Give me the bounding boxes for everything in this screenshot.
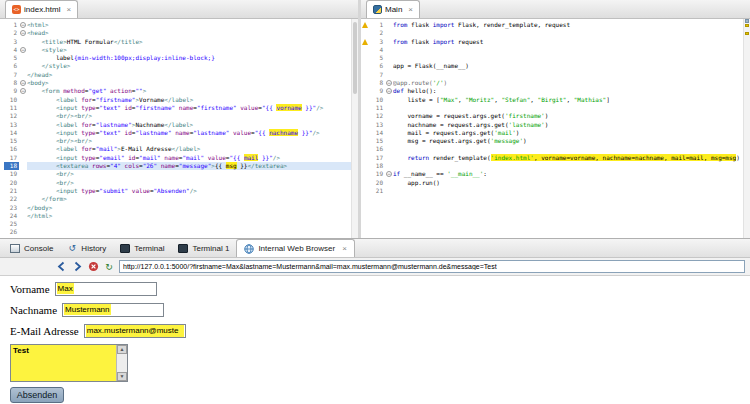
fold-bar: − <box>385 87 393 95</box>
code-text <box>27 228 358 236</box>
terminal-icon <box>178 243 188 253</box>
code-line: 6app = Flask(__name__) <box>361 62 750 70</box>
panel-tab-terminal[interactable]: Terminal <box>113 239 171 257</box>
warning-marker[interactable] <box>745 32 749 35</box>
fold-bar <box>19 154 27 162</box>
line-number: 20 <box>370 179 385 187</box>
code-line: 8−<body> <box>0 79 358 87</box>
marker-bar <box>0 154 4 162</box>
line-number: 12 <box>4 112 19 120</box>
code-line: 1−<html> <box>0 21 358 29</box>
fold-icon[interactable]: − <box>20 80 26 86</box>
form-row: VornameMax <box>10 281 750 296</box>
fold-icon[interactable]: − <box>20 88 26 94</box>
fold-bar: − <box>19 29 27 37</box>
marker-bar <box>0 145 4 153</box>
close-icon[interactable]: × <box>408 5 413 14</box>
code-line: 3from flask import request <box>361 38 750 46</box>
scroll-up-icon[interactable]: ▲ <box>117 345 127 354</box>
code-text: <style> <box>27 46 358 54</box>
code-text: </html> <box>27 212 358 220</box>
code-line: 13 <label for="lastname">Nachname</label… <box>0 121 358 129</box>
panel-tab-label: Terminal 1 <box>192 244 229 253</box>
code-line: 4− <style> <box>0 46 358 54</box>
left-editor-body[interactable]: 1−<html>2−<head>3 <title>HTML Formular</… <box>0 19 358 238</box>
code-line: 9−def hello(): <box>361 87 750 95</box>
warning-marker[interactable] <box>745 24 749 27</box>
fold-bar <box>19 129 27 137</box>
marker-bar <box>0 129 4 137</box>
tab-index-html[interactable]: index.html × <box>5 0 78 18</box>
panel-tab-history[interactable]: ↺History <box>60 239 113 257</box>
scrollbar-thumb[interactable] <box>353 22 357 94</box>
ide-window: index.html × 1−<html>2−<head>3 <title>HT… <box>0 0 750 404</box>
tab-main-py[interactable]: Main × <box>366 0 420 18</box>
code-line: 3 <title>HTML Formular</title> <box>0 38 358 46</box>
vorname-input[interactable]: Max <box>55 282 157 296</box>
refresh-icon[interactable]: ↻ <box>103 261 115 273</box>
fold-icon[interactable]: − <box>386 171 392 177</box>
fold-icon[interactable]: − <box>20 30 26 36</box>
left-editor-lines: 1−<html>2−<head>3 <title>HTML Formular</… <box>0 21 358 237</box>
line-number: 8 <box>370 79 385 87</box>
marker-bar <box>361 121 370 129</box>
close-icon[interactable]: × <box>66 5 71 14</box>
scroll-down-icon[interactable]: ▼ <box>117 372 127 381</box>
message-textarea[interactable]: Test ▲ ▼ <box>10 344 128 382</box>
right-editor-body[interactable]: 1from flask import Flask, render_templat… <box>361 19 750 238</box>
code-text: msg = request.args.get('message') <box>393 137 750 145</box>
fold-icon[interactable]: − <box>20 47 26 53</box>
fold-bar <box>19 145 27 153</box>
warning-icon[interactable] <box>362 39 368 45</box>
fold-bar <box>19 96 27 104</box>
close-icon[interactable]: × <box>342 244 347 253</box>
fold-bar <box>385 162 393 170</box>
code-line: 11 <box>361 104 750 112</box>
forward-icon[interactable] <box>71 261 83 273</box>
code-text <box>393 46 750 54</box>
panel-tab-terminal-1[interactable]: Terminal 1 <box>171 239 236 257</box>
marker-bar <box>0 204 4 212</box>
fold-bar <box>385 54 393 62</box>
warning-icon[interactable] <box>362 22 368 28</box>
marker-bar <box>0 179 4 187</box>
fold-bar <box>19 112 27 120</box>
nachname-input[interactable]: Mustermann <box>62 303 164 317</box>
code-line: 12 vorname = request.args.get('firstname… <box>361 112 750 120</box>
line-number: 23 <box>4 204 19 212</box>
field-value: Mustermann <box>64 304 110 315</box>
fold-icon[interactable]: − <box>386 88 392 94</box>
fold-bar <box>385 121 393 129</box>
code-line: 12 <br/><br/> <box>0 112 358 120</box>
left-editor-scrollbar[interactable] <box>351 19 358 238</box>
marker-bar <box>361 170 370 178</box>
marker-bar <box>0 228 4 236</box>
panel-tab-internal-web-browser[interactable]: Internal Web Browser× <box>236 239 354 257</box>
marker-bar <box>361 162 370 170</box>
overview-ruler[interactable] <box>743 19 750 238</box>
fold-bar: − <box>385 170 393 178</box>
fold-icon[interactable]: − <box>20 22 26 28</box>
panel-tab-console[interactable]: Console <box>3 239 60 257</box>
url-bar[interactable] <box>119 260 745 273</box>
email-input[interactable]: max.mustermann@muste <box>84 324 186 338</box>
stop-icon[interactable] <box>87 261 99 273</box>
code-text: <input type="text" id="lastname" name="l… <box>27 129 358 137</box>
marker-bar <box>361 79 370 87</box>
line-number: 18 <box>370 162 385 170</box>
code-line: 21 <box>361 187 750 195</box>
marker-bar <box>361 112 370 120</box>
code-text <box>393 145 750 153</box>
code-text: <br/><br/> <box>27 137 358 145</box>
marker-bar <box>361 179 370 187</box>
fold-icon[interactable]: − <box>386 80 392 86</box>
marker-bar <box>0 54 4 62</box>
submit-button[interactable]: Absenden <box>10 387 64 403</box>
back-icon[interactable] <box>55 261 67 273</box>
form-row: E-Mail Adressemax.mustermann@muste <box>10 323 750 338</box>
line-number: 16 <box>4 145 19 153</box>
textarea-scrollbar[interactable]: ▲ ▼ <box>116 345 127 381</box>
line-number: 11 <box>370 104 385 112</box>
marker-bar <box>0 104 4 112</box>
marker-bar <box>0 21 4 29</box>
